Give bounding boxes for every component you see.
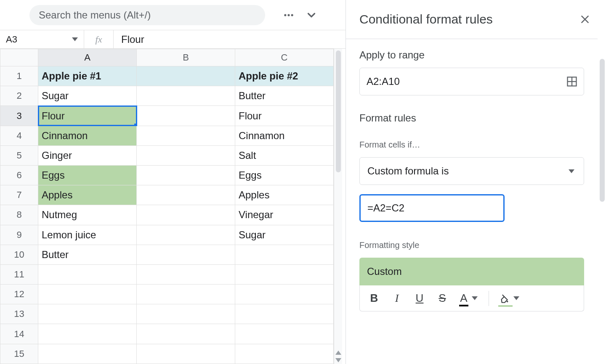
select-all-corner[interactable] [0,49,38,66]
cell[interactable]: Nutmeg [38,205,137,225]
column-header[interactable]: B [137,49,235,66]
scroll-down-icon[interactable] [335,358,341,362]
cell[interactable]: Salt [235,145,334,165]
row-header[interactable]: 10 [0,245,38,264]
chevron-down-icon [569,169,574,173]
underline-button[interactable]: U [409,288,431,309]
row-header[interactable]: 3 [0,106,38,126]
column-header[interactable]: C [235,49,334,66]
row-header[interactable]: 14 [0,324,38,344]
svg-point-8 [507,301,508,302]
scroll-up-icon[interactable] [335,351,341,355]
collapse-toolbar-button[interactable] [302,6,321,24]
cell[interactable] [137,285,235,304]
cell[interactable]: Ginger [38,145,137,165]
cell[interactable] [137,245,235,264]
cell[interactable] [137,66,235,86]
cell[interactable] [137,324,235,344]
cell[interactable] [38,304,137,324]
cell[interactable]: Apples [235,185,334,205]
cell[interactable] [38,264,137,284]
cell[interactable] [38,324,137,344]
cell[interactable] [235,285,334,304]
close-panel-button[interactable] [576,10,594,29]
cell[interactable] [137,86,235,106]
cell[interactable] [235,245,334,264]
cell[interactable]: Flour [235,106,334,126]
row-header[interactable]: 13 [0,304,38,324]
cell[interactable] [137,304,235,324]
cell[interactable] [137,344,235,364]
cell[interactable] [38,344,137,364]
cell[interactable] [235,324,334,344]
custom-formula-input[interactable]: =A2=C2 [359,194,505,222]
panel-scrollbar-thumb[interactable] [600,59,605,202]
column-header[interactable]: A [38,49,137,66]
text-color-button[interactable]: A [454,288,484,309]
row-header[interactable]: 15 [0,344,38,364]
row-header[interactable]: 6 [0,165,38,185]
cell[interactable]: Sugar [235,225,334,245]
cell[interactable] [137,205,235,225]
cell[interactable] [235,344,334,364]
cell[interactable] [137,145,235,165]
row-header[interactable]: 9 [0,225,38,245]
bold-button[interactable]: B [363,288,385,309]
svg-point-1 [287,14,290,16]
cell[interactable]: Sugar [38,86,137,106]
cell[interactable] [235,264,334,284]
fill-color-button[interactable] [494,288,524,309]
cell[interactable]: Apples [38,185,137,205]
chevron-down-icon [472,296,478,300]
select-range-icon[interactable] [566,76,578,87]
cell[interactable]: Butter [235,86,334,106]
scrollbar-thumb[interactable] [336,50,341,172]
row-header[interactable]: 7 [0,185,38,205]
cell[interactable] [137,106,235,126]
cell[interactable]: Apple pie #1 [38,66,137,86]
italic-button[interactable]: I [386,288,408,309]
cell[interactable] [137,185,235,205]
cell[interactable] [137,225,235,245]
cell[interactable]: Cinnamon [235,126,334,145]
more-horizontal-icon [283,9,295,21]
format-cells-if-label: Format cells if… [359,140,584,150]
cell[interactable]: Eggs [235,165,334,185]
style-preview[interactable]: Custom [359,258,584,285]
formatting-style-label: Formatting style [359,240,584,250]
cell[interactable]: Cinnamon [38,126,137,145]
cell[interactable] [235,304,334,324]
row-header[interactable]: 4 [0,126,38,145]
cell[interactable]: Eggs [38,165,137,185]
cell[interactable]: Lemon juice [38,225,137,245]
row-header[interactable]: 2 [0,86,38,106]
cell[interactable] [137,264,235,284]
name-box[interactable]: A3 [0,30,84,48]
cell[interactable]: Apple pie #2 [235,66,334,86]
cell[interactable] [38,285,137,304]
formula-input[interactable]: Flour [114,34,346,45]
menu-search[interactable]: Search the menus (Alt+/) [29,5,265,25]
cell[interactable]: Vinegar [235,205,334,225]
apply-range-value: A2:A10 [367,76,561,87]
apply-range-input[interactable]: A2:A10 [359,68,584,95]
chevron-down-icon [305,9,318,21]
condition-selected-value: Custom formula is [367,165,449,177]
formatting-toolbar: B I U S A [359,285,584,311]
row-header[interactable]: 11 [0,264,38,284]
cell[interactable]: Flour [38,106,137,126]
cell[interactable] [137,165,235,185]
cell[interactable] [137,126,235,145]
row-header[interactable]: 5 [0,145,38,165]
more-menu-button[interactable] [279,6,298,24]
condition-select[interactable]: Custom formula is [359,157,584,185]
strikethrough-button[interactable]: S [431,288,453,309]
row-header[interactable]: 12 [0,285,38,304]
row-header[interactable]: 1 [0,66,38,86]
row-header[interactable]: 8 [0,205,38,225]
panel-scrollbar[interactable] [598,59,606,261]
vertical-scrollbar[interactable] [334,49,342,364]
spreadsheet-grid[interactable]: ABC1Apple pie #1Apple pie #22SugarButter… [0,49,334,364]
custom-formula-value: =A2=C2 [367,202,404,214]
cell[interactable]: Butter [38,245,137,264]
